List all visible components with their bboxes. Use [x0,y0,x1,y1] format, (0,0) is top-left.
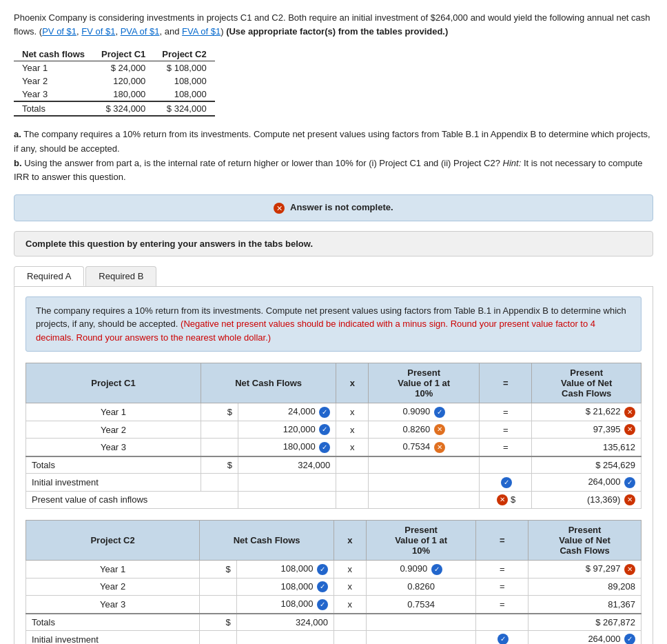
c2-initial-empty4 [366,630,476,644]
c1-year3-cash: 180,000 ✓ [238,439,336,456]
c2-year3-label: Year 3 [26,596,200,614]
c2-x-header: x [334,521,367,561]
c2-year3-dollar [200,596,237,614]
check-icon: ✓ [624,634,635,644]
c1-year2-dollar [201,421,238,439]
check-icon: ✓ [501,477,512,488]
c1-year1-dollar: $ [201,403,238,421]
c1-pv-header: PresentValue of 1 at10% [369,363,480,403]
c2-year1-x: x [334,561,367,578]
fv-link[interactable]: FV of $1 [81,26,115,37]
c1-initial-row: Initial investment ✓ 264,000 ✓ [26,473,642,491]
x-icon: ✕ [624,494,635,505]
cf-year2-label: Year 2 [14,74,93,88]
tab-required-a[interactable]: Required A [14,266,84,286]
check-icon: ✓ [319,424,330,435]
c2-totals-result: $ 267,872 [529,614,642,631]
fva-link[interactable]: FVA of $1 [182,26,220,37]
project-c2-table: Project C2 Net Cash Flows x PresentValue… [25,520,642,644]
c2-result-header: PresentValue of NetCash Flows [529,521,642,561]
c1-pv-inflows-row: Present value of cash inflows ✕ $ (13,36… [26,491,642,509]
c1-initial-result: 264,000 ✓ [532,473,642,491]
c1-year1-eq: = [480,403,532,421]
cf-year1-label: Year 1 [14,61,93,75]
c1-year2-result: 97,395 ✕ [532,421,642,439]
check-icon: ✓ [317,581,328,592]
c2-initial-result: 264,000 ✓ [529,630,642,644]
c2-net-cash-header: Net Cash Flows [200,521,334,561]
c2-year1-dollar: $ [200,561,237,578]
c2-year2-cash: 108,000 ✓ [236,578,334,596]
c1-year3-label: Year 3 [26,439,201,456]
c1-year1-row: Year 1 $ 24,000 ✓ x 0.9090 ✓ = $ 21,622 … [26,403,642,421]
c2-year2-label: Year 2 [26,578,200,596]
c1-totals-result: $ 254,629 [532,456,642,474]
instruction-b: b. Using the answer from part a, is the … [14,157,653,185]
check-icon: ✓ [624,477,635,488]
c1-pv-inflows-result: (13,369) ✕ [532,491,642,509]
alert-box: ✕ Answer is not complete. [14,194,653,221]
tab-description: The company requires a 10% return from i… [25,296,642,352]
c1-year1-x: x [336,403,369,421]
cf-col-c2: Project C2 [154,48,214,61]
pva-link[interactable]: PVA of $1 [121,26,160,37]
c1-initial-empty4 [369,473,480,491]
check-icon: ✓ [319,442,330,453]
tab-required-b[interactable]: Required B [85,266,156,286]
c2-totals-label: Totals [26,614,200,631]
cf-totals-label: Totals [14,101,93,116]
cf-col-c1: Project C1 [93,48,154,61]
c2-totals-row: Totals $ 324,000 $ 267,872 [26,614,642,631]
cash-flow-table: Net cash flows Project C1 Project C2 Yea… [14,48,215,117]
c1-initial-empty2 [238,473,336,491]
x-icon: ✕ [624,424,635,435]
c1-initial-empty1 [201,473,238,491]
x-icon-orange: ✕ [434,424,445,435]
x-icon: ✕ [624,407,635,418]
cf-year3-c2: 108,000 [154,88,214,101]
cf-col-label: Net cash flows [14,48,93,61]
bold-note: (Use appropriate factor(s) from the tabl… [226,26,448,37]
c1-totals-x-empty [336,456,369,474]
c1-totals-pv-empty [369,456,480,474]
cf-totals-c1: $ 324,000 [93,101,154,116]
check-icon: ✓ [319,407,330,418]
c1-year3-dollar [201,439,238,456]
cf-year1-c1: $ 24,000 [93,61,154,75]
c2-year1-cash: 108,000 ✓ [236,561,334,578]
cf-year2-c1: 120,000 [93,74,154,88]
c2-year3-cash: 108,000 ✓ [236,596,334,614]
c2-year1-pv: 0.9090 ✓ [366,561,476,578]
c2-initial-empty3 [334,630,367,644]
c2-year1-row: Year 1 $ 108,000 ✓ x 0.9090 ✓ = $ 97,297… [26,561,642,578]
c1-year2-x: x [336,421,369,439]
c2-totals-dollar: $ [200,614,237,631]
c2-initial-check: ✓ [476,630,529,644]
instruction-a: a. The company requires a 10% return fro… [14,128,653,157]
intro-paragraph: Phoenix Company is considering investmen… [14,11,653,38]
tab-content: The company requires a 10% return from i… [14,286,653,644]
instructions: a. The company requires a 10% return fro… [14,128,653,185]
c2-year3-result: 81,367 [529,596,642,614]
check-icon: ✓ [497,634,509,644]
c1-year1-cash: 24,000 ✓ [238,403,336,421]
alert-text: Answer is not complete. [290,202,393,212]
pv-link[interactable]: PV of $1 [42,26,76,37]
complete-box: Complete this question by entering your … [14,231,653,256]
c1-x-header: x [336,363,369,403]
c1-year3-row: Year 3 180,000 ✓ x 0.7534 ✕ = 135,612 [26,439,642,456]
c1-year2-pv: 0.8260 ✕ [369,421,480,439]
c1-year2-row: Year 2 120,000 ✓ x 0.8260 ✕ = 97,395 ✕ [26,421,642,439]
check-icon: ✓ [431,564,442,575]
x-icon-orange: ✕ [434,442,445,453]
c2-year2-result: 89,208 [529,578,642,596]
c1-result-header: PresentValue of NetCash Flows [532,363,642,403]
c1-pv-inflows-empty3 [369,491,480,509]
c2-year2-dollar [200,578,237,596]
cf-totals-c2: $ 324,000 [154,101,214,116]
c2-year3-row: Year 3 108,000 ✓ x 0.7534 = 81,367 [26,596,642,614]
c2-year1-label: Year 1 [26,561,200,578]
c2-year2-eq: = [476,578,529,596]
c2-totals-x-empty [334,614,367,631]
c1-totals-label: Totals [26,456,201,474]
